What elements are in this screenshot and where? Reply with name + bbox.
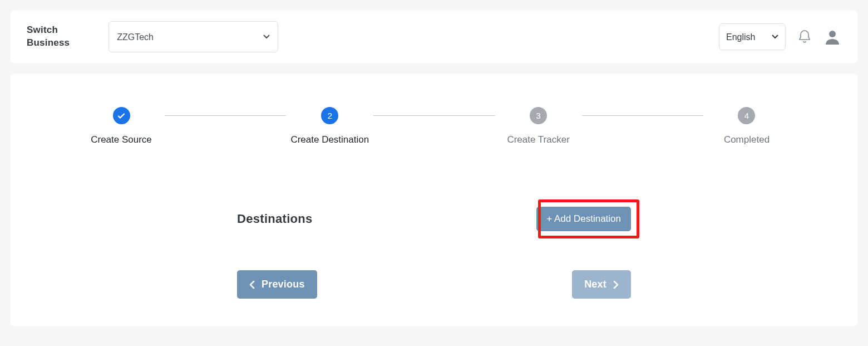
step-label: Completed bbox=[724, 134, 770, 145]
svg-point-0 bbox=[829, 31, 836, 37]
notifications-button[interactable] bbox=[798, 28, 811, 45]
check-icon bbox=[117, 111, 126, 120]
step-circle-1 bbox=[113, 107, 130, 124]
wizard-nav-row: Previous Next bbox=[237, 270, 631, 299]
previous-button-label: Previous bbox=[262, 279, 305, 290]
destinations-header-row: Destinations + Add Destination bbox=[237, 207, 631, 231]
stepper: Create Source 2 Create Destination 3 Cre… bbox=[82, 107, 786, 145]
next-button-label: Next bbox=[584, 279, 606, 290]
step-label: Create Tracker bbox=[507, 134, 569, 145]
step-create-source: Create Source bbox=[82, 107, 160, 145]
step-circle-2: 2 bbox=[321, 107, 338, 124]
switch-business-label: Switch Business bbox=[27, 24, 70, 50]
step-connector bbox=[582, 115, 703, 116]
section-title: Destinations bbox=[237, 212, 313, 226]
chevron-right-icon bbox=[613, 280, 619, 289]
business-select[interactable]: ZZGTech bbox=[108, 21, 278, 52]
step-completed: 4 Completed bbox=[708, 107, 786, 145]
previous-button[interactable]: Previous bbox=[237, 270, 317, 299]
next-button[interactable]: Next bbox=[572, 270, 631, 299]
user-icon bbox=[823, 28, 841, 46]
step-label: Create Destination bbox=[290, 134, 369, 145]
wizard-card: Create Source 2 Create Destination 3 Cre… bbox=[10, 74, 858, 326]
step-circle-3: 3 bbox=[530, 107, 547, 124]
step-create-destination: 2 Create Destination bbox=[290, 107, 369, 145]
language-select[interactable]: English bbox=[719, 23, 786, 50]
step-label: Create Source bbox=[91, 134, 152, 145]
bell-icon bbox=[798, 28, 811, 45]
step-create-tracker: 3 Create Tracker bbox=[500, 107, 578, 145]
step-circle-4: 4 bbox=[738, 107, 755, 124]
step-connector bbox=[165, 115, 286, 116]
top-bar: Switch Business ZZGTech English bbox=[10, 10, 858, 64]
step-connector bbox=[373, 115, 495, 116]
top-bar-right: English bbox=[719, 23, 841, 50]
profile-avatar-button[interactable] bbox=[823, 28, 841, 46]
chevron-left-icon bbox=[249, 280, 255, 289]
add-destination-button[interactable]: + Add Destination bbox=[536, 207, 631, 231]
